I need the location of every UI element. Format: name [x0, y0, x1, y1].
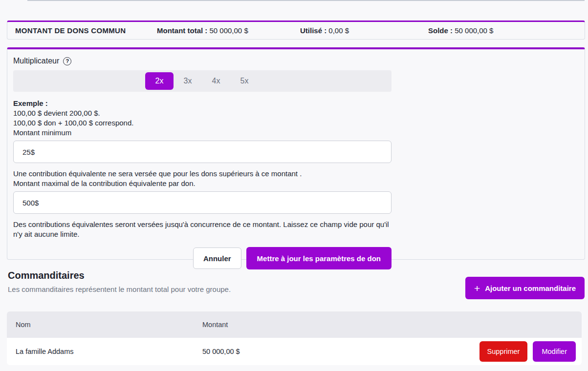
edit-sponsor-button[interactable]: Modifier: [533, 341, 576, 362]
sponsors-subtitle: Les commanditaires représentent le monta…: [8, 285, 231, 293]
stat-value: 0,00 $: [328, 26, 349, 35]
min-amount-help: Une contribution équivalente ne sera ver…: [13, 169, 579, 179]
sponsors-table: Nom Montant La famille Addams 50 000,00 …: [7, 311, 582, 365]
delete-sponsor-button[interactable]: Supprimer: [479, 341, 528, 362]
stat-montant-total: Montant total : 50 000,00 $: [157, 26, 300, 35]
summary-title: MONTANT DE DONS COMMUN: [15, 26, 157, 35]
example-heading: Exemple :: [13, 99, 579, 108]
cancel-button[interactable]: Annuler: [193, 247, 241, 269]
table-row: La famille Addams 50 000,00 $ Supprimer …: [7, 338, 582, 365]
multiplier-tab-4x[interactable]: 4x: [202, 72, 230, 90]
donation-summary-card: MONTANT DE DONS COMMUN Montant total : 5…: [7, 21, 585, 40]
multiplier-segmented-control: 2x 3x 4x 5x: [13, 70, 392, 92]
stat-utilise: Utilisé : 0,00 $: [300, 26, 428, 35]
stat-label: Solde :: [428, 26, 453, 35]
min-amount-input[interactable]: [13, 141, 392, 163]
help-icon[interactable]: ?: [63, 57, 71, 65]
stat-value: 50 000,00 $: [455, 26, 493, 35]
multiplier-tab-5x[interactable]: 5x: [230, 72, 259, 90]
example-line-2: 100,00 $ don + 100,00 $ correspond.: [13, 118, 579, 128]
add-sponsor-button[interactable]: + Ajouter un commanditaire: [465, 277, 585, 299]
add-sponsor-label: Ajouter un commanditaire: [485, 284, 576, 292]
example-line-1: 100,00 $ devient 200,00 $.: [13, 108, 579, 118]
table-header-row: Nom Montant: [7, 311, 582, 338]
donation-settings-panel: Multiplicateur ? 2x 3x 4x 5x Exemple : 1…: [7, 47, 585, 260]
plus-icon: +: [474, 283, 480, 293]
stat-solde: Solde : 50 000,00 $: [428, 26, 577, 35]
max-amount-input[interactable]: [13, 191, 392, 214]
sponsor-amount: 50 000,00 $: [202, 348, 479, 355]
multiplier-tab-2x[interactable]: 2x: [145, 72, 174, 90]
multiplier-tab-3x[interactable]: 3x: [174, 72, 202, 90]
max-amount-label: Montant maximal de la contribution équiv…: [13, 179, 579, 188]
min-amount-label: Montant minimum: [13, 128, 579, 138]
top-divider: [27, 0, 585, 1]
stat-label: Montant total :: [157, 26, 207, 35]
column-header-nom: Nom: [16, 321, 202, 329]
stat-value: 50 000,00 $: [209, 26, 248, 35]
sponsor-name: La famille Addams: [16, 348, 202, 355]
multiplier-label: Multiplicateur: [13, 57, 59, 65]
sponsors-heading-block: Commanditaires Les commanditaires représ…: [8, 270, 231, 293]
column-header-montant: Montant: [202, 321, 573, 329]
update-donation-settings-button[interactable]: Mettre à jour les paramètres de don: [246, 247, 392, 269]
stat-label: Utilisé :: [300, 26, 327, 35]
max-amount-help: Des contributions équivalentes seront ve…: [13, 220, 395, 239]
sponsors-title: Commanditaires: [8, 270, 231, 281]
